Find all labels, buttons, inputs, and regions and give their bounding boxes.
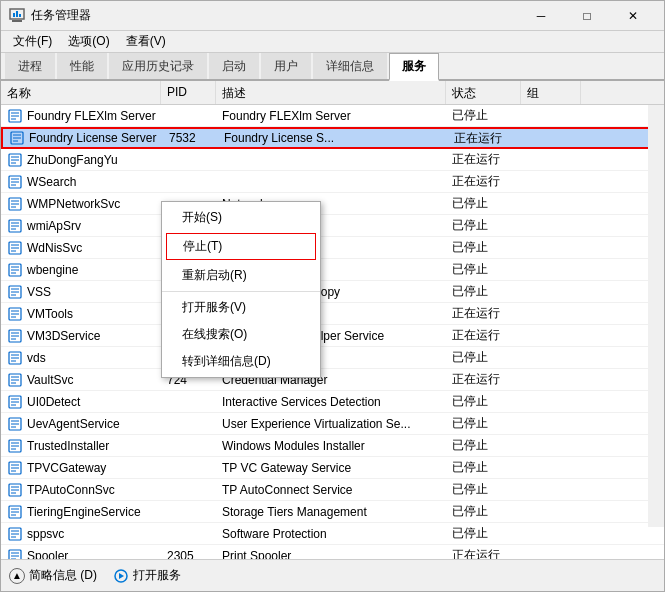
tab-services[interactable]: 服务 xyxy=(389,53,439,81)
cell-group xyxy=(521,290,581,294)
context-menu-item[interactable]: 重新启动(R) xyxy=(162,262,320,289)
cell-group xyxy=(521,180,581,184)
tab-startup[interactable]: 启动 xyxy=(209,53,259,79)
app-icon xyxy=(9,8,25,24)
context-menu-item[interactable]: 在线搜索(O) xyxy=(162,321,320,348)
cell-desc: Interactive Services Detection xyxy=(216,393,446,411)
open-services-button[interactable]: 打开服务 xyxy=(113,567,181,584)
context-menu-separator xyxy=(162,291,320,292)
cell-group xyxy=(521,554,581,558)
cell-service-name: Foundry FLEXlm Server xyxy=(1,106,161,126)
table-row[interactable]: ZhuDongFangYu 正在运行 xyxy=(1,149,664,171)
cell-status: 正在运行 xyxy=(446,303,521,324)
service-icon xyxy=(7,504,23,520)
cell-status: 已停止 xyxy=(446,259,521,280)
context-menu-item[interactable]: 转到详细信息(D) xyxy=(162,348,320,375)
table-row[interactable]: vds Virtual Disk 已停止 xyxy=(1,347,664,369)
maximize-button[interactable]: □ xyxy=(564,1,610,31)
table-row[interactable]: VaultSvc 724 Credential Manager 正在运行 xyxy=(1,369,664,391)
service-icon xyxy=(9,130,25,146)
menu-file[interactable]: 文件(F) xyxy=(5,31,60,52)
summary-info-button[interactable]: ▲ 简略信息 (D) xyxy=(9,567,97,584)
cell-pid xyxy=(161,444,216,448)
tab-processes[interactable]: 进程 xyxy=(5,53,55,79)
table-row[interactable]: TPVCGateway TP VC Gateway Service 已停止 xyxy=(1,457,664,479)
table-row[interactable]: wmiApSrv ...apter 已停止 xyxy=(1,215,664,237)
table-row[interactable]: WSearch 正在运行 xyxy=(1,171,664,193)
table-row[interactable]: TieringEngineService Storage Tiers Manag… xyxy=(1,501,664,523)
cell-status: 已停止 xyxy=(446,193,521,214)
svg-rect-2 xyxy=(13,13,15,17)
service-icon xyxy=(7,482,23,498)
table-row[interactable]: WdNisSvc 已停止 xyxy=(1,237,664,259)
cell-group xyxy=(521,312,581,316)
cell-desc: Storage Tiers Management xyxy=(216,503,446,521)
cell-service-name: WSearch xyxy=(1,172,161,192)
table-row[interactable]: Foundry FLEXlm Server Foundry FLEXlm Ser… xyxy=(1,105,664,127)
cell-status: 已停止 xyxy=(446,479,521,500)
cell-status: 已停止 xyxy=(446,215,521,236)
table-row[interactable]: WMPNetworkSvc Network ... 已停止 xyxy=(1,193,664,215)
cell-status: 已停止 xyxy=(446,501,521,522)
table-row[interactable]: UevAgentService User Experience Virtuali… xyxy=(1,413,664,435)
col-header-pid[interactable]: PID xyxy=(161,81,216,104)
minimize-button[interactable]: ─ xyxy=(518,1,564,31)
cell-desc: User Experience Virtualization Se... xyxy=(216,415,446,433)
col-header-status[interactable]: 状态 xyxy=(446,81,521,104)
col-header-desc[interactable]: 描述 xyxy=(216,81,446,104)
service-icon xyxy=(7,394,23,410)
context-menu-item[interactable]: 开始(S) xyxy=(162,204,320,231)
table-row[interactable]: UI0Detect Interactive Services Detection… xyxy=(1,391,664,413)
cell-service-name: vds xyxy=(1,348,161,368)
cell-pid xyxy=(161,400,216,404)
service-icon xyxy=(7,196,23,212)
cell-status: 正在运行 xyxy=(446,369,521,390)
context-menu: 开始(S)停止(T)重新启动(R)打开服务(V)在线搜索(O)转到详细信息(D) xyxy=(161,201,321,378)
cell-pid: 2305 xyxy=(161,547,216,560)
tab-app-history[interactable]: 应用历史记录 xyxy=(109,53,207,79)
service-icon xyxy=(7,174,23,190)
cell-group xyxy=(521,356,581,360)
table-row[interactable]: VSS Volume Shadow Copy 已停止 xyxy=(1,281,664,303)
table-row[interactable]: Foundry License Server 7532 Foundry Lice… xyxy=(1,127,664,149)
tab-details[interactable]: 详细信息 xyxy=(313,53,387,79)
tab-performance[interactable]: 性能 xyxy=(57,53,107,79)
cell-group xyxy=(521,268,581,272)
table-row[interactable]: TrustedInstaller Windows Modules Install… xyxy=(1,435,664,457)
cell-pid xyxy=(161,114,216,118)
service-icon xyxy=(7,306,23,322)
service-icon xyxy=(7,526,23,542)
menu-options[interactable]: 选项(O) xyxy=(60,31,117,52)
table-row[interactable]: sppsvc Software Protection 已停止 xyxy=(1,523,664,545)
cell-status: 正在运行 xyxy=(448,128,523,149)
cell-service-name: wbengine xyxy=(1,260,161,280)
cell-desc: TP VC Gateway Service xyxy=(216,459,446,477)
scrollbar[interactable] xyxy=(648,105,664,527)
cell-pid xyxy=(161,510,216,514)
cell-pid xyxy=(161,180,216,184)
menu-view[interactable]: 查看(V) xyxy=(118,31,174,52)
open-services-icon xyxy=(113,568,129,584)
context-menu-item[interactable]: 打开服务(V) xyxy=(162,294,320,321)
col-header-name[interactable]: 名称 xyxy=(1,81,161,104)
cell-group xyxy=(521,334,581,338)
table-row[interactable]: VM3DService 2036 VMware SVGA Helper Serv… xyxy=(1,325,664,347)
close-button[interactable]: ✕ xyxy=(610,1,656,31)
col-header-group[interactable]: 组 xyxy=(521,81,581,104)
cell-desc xyxy=(216,158,446,162)
table-row[interactable]: VMTools 2668 VMware Tools 正在运行 xyxy=(1,303,664,325)
cell-service-name: WdNisSvc xyxy=(1,238,161,258)
service-icon xyxy=(7,350,23,366)
service-icon xyxy=(7,416,23,432)
cell-group xyxy=(521,422,581,426)
service-icon xyxy=(7,548,23,560)
table-row[interactable]: Spooler 2305 Print Spooler 正在运行 xyxy=(1,545,664,559)
table-body[interactable]: Foundry FLEXlm Server Foundry FLEXlm Ser… xyxy=(1,105,664,559)
cell-group xyxy=(521,400,581,404)
cell-desc: TP AutoConnect Service xyxy=(216,481,446,499)
context-menu-item[interactable]: 停止(T) xyxy=(166,233,316,260)
table-row[interactable]: wbengine ...ngine Service 已停止 xyxy=(1,259,664,281)
table-row[interactable]: TPAutoConnSvc TP AutoConnect Service 已停止 xyxy=(1,479,664,501)
tab-users[interactable]: 用户 xyxy=(261,53,311,79)
cell-desc: Software Protection xyxy=(216,525,446,543)
